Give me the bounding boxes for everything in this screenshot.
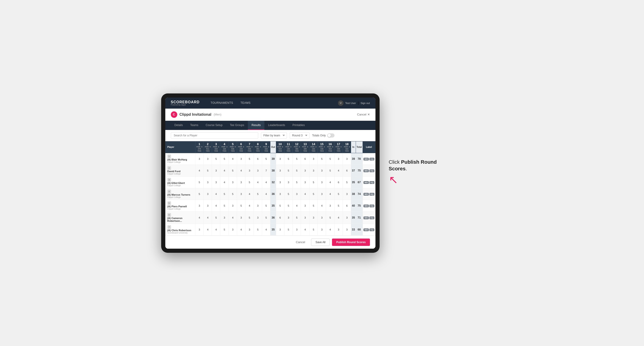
dq-badge[interactable]: DQ (370, 204, 374, 207)
score-h15[interactable]: 3 (318, 165, 326, 176)
score-h5[interactable]: 3 (228, 176, 237, 188)
score-h12[interactable]: 3 (293, 188, 301, 200)
score-h18[interactable]: 3 (343, 188, 351, 200)
score-h1[interactable]: 3 (195, 224, 204, 235)
score-h3[interactable]: 4 (212, 188, 220, 200)
tab-teams[interactable]: Teams (186, 121, 202, 130)
score-h2[interactable]: 3 (204, 200, 212, 211)
score-h7[interactable]: 3 (245, 165, 254, 176)
score-h10[interactable]: 6 (276, 211, 284, 224)
score-h18[interactable]: 3 (343, 211, 351, 224)
score-h1[interactable]: 3 (195, 153, 204, 165)
wd-badge[interactable]: WD (364, 228, 369, 231)
round-select[interactable]: Round 3 (290, 132, 310, 139)
score-h2[interactable]: 3 (204, 153, 212, 165)
score-h8[interactable]: 5 (254, 224, 262, 235)
score-h8[interactable]: 6 (254, 153, 262, 165)
score-h12[interactable]: 3 (293, 224, 301, 235)
wd-badge[interactable]: WD (364, 170, 369, 172)
wd-badge[interactable]: WD (364, 204, 369, 207)
score-h9[interactable]: 5 (262, 200, 270, 211)
score-h7[interactable]: 4 (245, 200, 254, 211)
publish-round-scores-button[interactable]: Publish Round Scores (332, 239, 370, 246)
score-h2[interactable]: 5 (204, 165, 212, 176)
score-h17[interactable]: 4 (334, 165, 342, 176)
nav-link-tournaments[interactable]: TOURNAMENTS (207, 98, 237, 109)
score-h4[interactable]: 3 (220, 211, 228, 224)
score-h12[interactable]: 5 (293, 165, 301, 176)
score-h4[interactable]: 5 (220, 200, 228, 211)
score-h13[interactable]: 3 (301, 200, 309, 211)
score-h7[interactable]: 5 (245, 153, 254, 165)
score-h11[interactable]: 5 (284, 200, 292, 211)
score-h16[interactable]: 5 (326, 165, 334, 176)
search-input[interactable] (171, 132, 258, 139)
score-h17[interactable]: 5 (334, 200, 342, 211)
score-h10[interactable]: 3 (276, 165, 284, 176)
score-h10[interactable]: 3 (276, 224, 284, 235)
score-h5[interactable]: 3 (228, 200, 237, 211)
score-h15[interactable]: 3 (318, 188, 326, 200)
score-h8[interactable]: 3 (254, 211, 262, 224)
score-h10[interactable]: 5 (276, 200, 284, 211)
score-h13[interactable]: 3 (301, 176, 309, 188)
score-h16[interactable]: 3 (326, 200, 334, 211)
score-h3[interactable]: 4 (212, 224, 220, 235)
save-all-button[interactable]: Save All (311, 239, 330, 246)
score-h4[interactable]: 4 (220, 176, 228, 188)
score-h14[interactable]: 5 (309, 188, 318, 200)
score-h11[interactable]: 5 (284, 188, 292, 200)
score-h13[interactable]: 4 (301, 188, 309, 200)
score-h11[interactable]: 3 (284, 211, 292, 224)
score-h1[interactable]: 4 (195, 211, 204, 224)
dq-badge[interactable]: DQ (370, 170, 374, 172)
score-h11[interactable]: 5 (284, 224, 292, 235)
dq-badge[interactable]: DQ (370, 228, 374, 231)
score-h5[interactable]: 4 (228, 153, 237, 165)
score-h12[interactable]: 5 (293, 176, 301, 188)
score-h9[interactable]: 4 (262, 188, 270, 200)
score-h17[interactable]: 4 (334, 211, 342, 224)
tab-leaderboards[interactable]: Leaderboards (264, 121, 289, 130)
score-h8[interactable]: 3 (254, 200, 262, 211)
tournament-cancel-button[interactable]: Cancel ✕ (357, 113, 370, 116)
score-h2[interactable]: 3 (204, 188, 212, 200)
score-h12[interactable]: 4 (293, 200, 301, 211)
score-h9[interactable]: 4 (262, 176, 270, 188)
wd-badge[interactable]: WD (364, 216, 369, 219)
dq-badge[interactable]: DQ (370, 181, 374, 184)
score-h8[interactable]: 3 (254, 165, 262, 176)
dq-badge[interactable]: DQ (370, 158, 374, 161)
score-h9[interactable]: 4 (262, 224, 270, 235)
score-h3[interactable]: 3 (212, 165, 220, 176)
score-h8[interactable]: 4 (254, 176, 262, 188)
score-h18[interactable]: 6 (343, 200, 351, 211)
score-h18[interactable]: 3 (343, 153, 351, 165)
nav-link-teams[interactable]: TEAMS (237, 98, 254, 109)
score-h13[interactable]: 3 (301, 165, 309, 176)
score-h7[interactable]: 5 (245, 211, 254, 224)
score-h2[interactable]: 4 (204, 224, 212, 235)
score-h15[interactable]: 5 (318, 153, 326, 165)
tab-course-setup[interactable]: Course Setup (202, 121, 226, 130)
score-h13[interactable]: 3 (301, 211, 309, 224)
score-h17[interactable]: 5 (334, 188, 342, 200)
score-h4[interactable]: 4 (220, 165, 228, 176)
tab-details[interactable]: Details (171, 121, 187, 130)
score-h3[interactable]: 5 (212, 211, 220, 224)
score-h9[interactable]: 7 (262, 165, 270, 176)
score-h6[interactable]: 5 (237, 200, 245, 211)
score-h8[interactable]: 5 (254, 188, 262, 200)
score-h14[interactable]: 5 (309, 224, 318, 235)
score-h17[interactable]: 3 (334, 153, 342, 165)
score-h13[interactable]: 6 (301, 153, 309, 165)
tab-printables[interactable]: Printables (289, 121, 308, 130)
score-h14[interactable]: 5 (309, 200, 318, 211)
score-h11[interactable]: 5 (284, 153, 292, 165)
score-h3[interactable]: 5 (212, 153, 220, 165)
wd-badge[interactable]: WD (364, 193, 369, 196)
wd-badge[interactable]: WD (364, 181, 369, 184)
score-h5[interactable]: 3 (228, 224, 237, 235)
score-h1[interactable]: 4 (195, 165, 204, 176)
score-h14[interactable]: 3 (309, 165, 318, 176)
